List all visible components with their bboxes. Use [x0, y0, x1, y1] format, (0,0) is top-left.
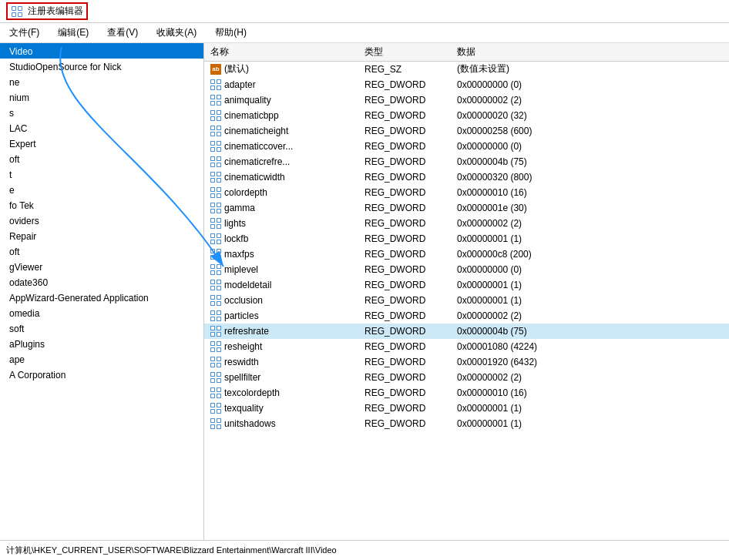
- value-type-cell: REG_DWORD: [358, 324, 451, 339]
- svg-rect-135: [211, 317, 214, 320]
- table-row[interactable]: modeldetailREG_DWORD0x00000001 (1): [204, 277, 729, 293]
- svg-rect-181: [211, 404, 214, 407]
- value-type-cell: REG_DWORD: [358, 385, 451, 401]
- dword-icon: [210, 248, 224, 259]
- svg-rect-151: [211, 348, 214, 351]
- tree-item-13[interactable]: oft: [0, 243, 203, 259]
- value-data-cell: 0x00000002 (2): [451, 370, 729, 385]
- table-row[interactable]: spellfilterREG_DWORD0x00000002 (2): [204, 370, 729, 385]
- value-name-text: gamma: [224, 203, 255, 213]
- tree-item-2[interactable]: ne: [0, 74, 203, 89]
- table-row[interactable]: miplevelREG_DWORD0x00000000 (0): [204, 262, 729, 277]
- col-header-type[interactable]: 类型: [358, 43, 451, 62]
- tree-item-7[interactable]: oft: [0, 151, 203, 166]
- table-row[interactable]: gammaREG_DWORD0x0000001e (30): [204, 200, 729, 216]
- table-row[interactable]: lockfbREG_DWORD0x00000001 (1): [204, 231, 729, 246]
- table-row[interactable]: reswidthREG_DWORD0x00001920 (6432): [204, 354, 729, 370]
- value-data-cell: 0x00000258 (600): [451, 123, 729, 139]
- col-header-data[interactable]: 数据: [451, 43, 729, 62]
- tree-item-15[interactable]: odate360: [0, 274, 203, 290]
- tree-item-17[interactable]: omedia: [0, 305, 203, 320]
- tree-item-1[interactable]: StudioOpenSource for Nick: [0, 59, 203, 74]
- menu-help[interactable]: 帮助(H): [212, 25, 250, 41]
- svg-rect-14: [217, 80, 220, 83]
- tree-item-6[interactable]: Expert: [0, 136, 203, 151]
- svg-rect-136: [217, 317, 220, 320]
- value-type-cell: REG_DWORD: [358, 77, 451, 92]
- value-type-cell: REG_DWORD: [358, 169, 451, 185]
- svg-rect-134: [217, 311, 220, 314]
- tree-item-19[interactable]: aPlugins: [0, 336, 203, 351]
- dword-icon: [210, 217, 224, 228]
- table-row[interactable]: cinematicbppREG_DWORD0x00000020 (32): [204, 108, 729, 123]
- menu-favorites[interactable]: 收藏夹(A): [153, 25, 200, 41]
- svg-rect-96: [217, 240, 220, 243]
- svg-rect-101: [211, 250, 214, 253]
- table-row[interactable]: cinematicwidthREG_DWORD0x00000320 (800): [204, 169, 729, 185]
- title-bar: 注册表编辑器: [0, 0, 729, 23]
- dword-icon: [210, 94, 224, 105]
- table-row[interactable]: texqualityREG_DWORD0x00000001 (1): [204, 401, 729, 416]
- value-name-cell: lockfb: [204, 231, 358, 246]
- table-row[interactable]: adapterREG_DWORD0x00000000 (0): [204, 77, 729, 92]
- registry-values[interactable]: 名称 类型 数据 ab(默认)REG_SZ(数值未设置) adapterREG_…: [204, 43, 729, 540]
- table-row[interactable]: lightsREG_DWORD0x00000002 (2): [204, 216, 729, 231]
- svg-rect-103: [211, 256, 214, 259]
- tree-item-9[interactable]: e: [0, 182, 203, 197]
- svg-rect-167: [211, 379, 214, 382]
- value-data-cell: 0x00000000 (0): [451, 262, 729, 277]
- value-name-text: modeldetail: [224, 280, 271, 290]
- window-title: 注册表编辑器: [28, 5, 83, 18]
- status-bar: 计算机\HKEY_CURRENT_USER\SOFTWARE\Blizzard …: [0, 540, 729, 560]
- tree-item-20[interactable]: ape: [0, 351, 203, 367]
- tree-item-18[interactable]: soft: [0, 320, 203, 336]
- value-name-cell: colordepth: [204, 185, 358, 200]
- dword-icon: [210, 417, 224, 428]
- table-row[interactable]: animqualityREG_DWORD0x00000002 (2): [204, 92, 729, 108]
- dword-icon: [210, 387, 224, 397]
- tree-item-21[interactable]: A Corporation: [0, 367, 203, 382]
- svg-rect-191: [211, 425, 214, 428]
- table-row[interactable]: cinematicrefre...REG_DWORD0x0000004b (75…: [204, 154, 729, 169]
- tree-item-12[interactable]: Repair: [0, 228, 203, 243]
- table-row[interactable]: texcolordepthREG_DWORD0x00000010 (16): [204, 385, 729, 401]
- table-row[interactable]: particlesREG_DWORD0x00000002 (2): [204, 308, 729, 324]
- menu-view[interactable]: 查看(V): [104, 25, 141, 41]
- table-row[interactable]: colordepthREG_DWORD0x00000010 (16): [204, 185, 729, 200]
- value-name-text: cinematicwidth: [224, 172, 285, 183]
- value-name-cell: particles: [204, 308, 358, 324]
- table-row[interactable]: unitshadowsREG_DWORD0x00000001 (1): [204, 416, 729, 431]
- tree-item-8[interactable]: t: [0, 166, 203, 182]
- table-row[interactable]: occlusionREG_DWORD0x00000001 (1): [204, 293, 729, 308]
- svg-rect-110: [217, 265, 220, 268]
- value-data-cell: 0x00000002 (2): [451, 92, 729, 108]
- svg-rect-21: [211, 96, 214, 99]
- menu-edit[interactable]: 编辑(E): [55, 25, 92, 41]
- tree-item-5[interactable]: LAC: [0, 120, 203, 136]
- table-row[interactable]: ab(默认)REG_SZ(数值未设置): [204, 62, 729, 77]
- value-name-text: (默认): [224, 63, 249, 74]
- tree-item-14[interactable]: gViewer: [0, 259, 203, 274]
- tree-item-10[interactable]: fo Tek: [0, 197, 203, 213]
- svg-rect-47: [211, 148, 214, 151]
- tree-item-16[interactable]: AppWizard-Generated Application: [0, 290, 203, 305]
- tree-item-3[interactable]: nium: [0, 89, 203, 105]
- registry-tree[interactable]: Video StudioOpenSource for Nick ne nium …: [0, 43, 204, 540]
- value-type-cell: REG_DWORD: [358, 200, 451, 216]
- tree-item-4[interactable]: s: [0, 105, 203, 120]
- table-row[interactable]: resheightREG_DWORD0x00001080 (4224): [204, 339, 729, 354]
- col-header-name[interactable]: 名称: [204, 43, 358, 62]
- svg-rect-55: [211, 163, 214, 166]
- table-row[interactable]: maxfpsREG_DWORD0x000000c8 (200): [204, 246, 729, 262]
- table-row[interactable]: cinematicheightREG_DWORD0x00000258 (600): [204, 123, 729, 139]
- value-name-cell: reswidth: [204, 354, 358, 370]
- value-name-text: adapter: [224, 79, 256, 90]
- tree-item-video[interactable]: Video: [0, 43, 203, 59]
- svg-rect-120: [217, 287, 220, 290]
- value-data-cell: 0x0000004b (75): [451, 154, 729, 169]
- tree-item-11[interactable]: oviders: [0, 213, 203, 228]
- table-row[interactable]: cinematiccover...REG_DWORD0x00000000 (0): [204, 139, 729, 154]
- table-row[interactable]: refreshrateREG_DWORD0x0000004b (75): [204, 324, 729, 339]
- svg-rect-6: [12, 13, 15, 16]
- menu-file[interactable]: 文件(F): [6, 25, 42, 41]
